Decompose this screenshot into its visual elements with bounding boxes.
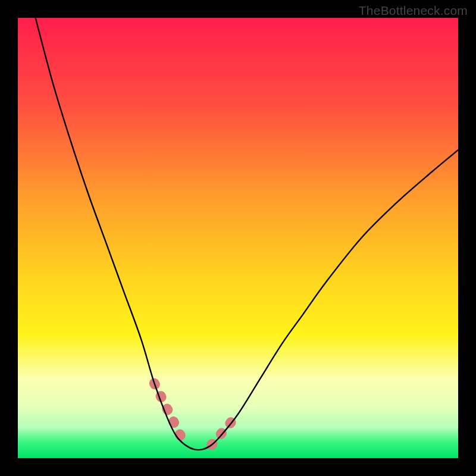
plot-area [18,18,458,458]
bottleneck-curve [36,18,458,450]
highlight-band-left [154,383,185,445]
attribution-label: TheBottleneck.com [359,4,468,18]
curve-layer [18,18,458,458]
chart-frame: TheBottleneck.com [0,0,476,476]
